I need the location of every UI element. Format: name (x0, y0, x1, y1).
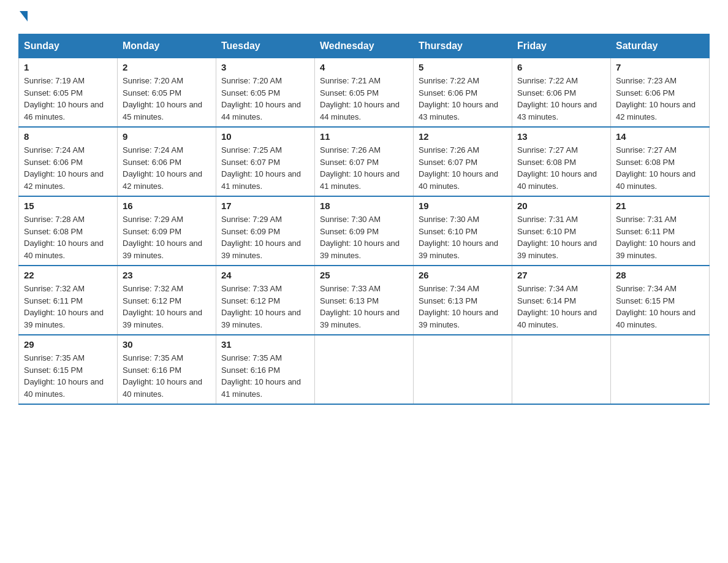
sunrise-label: Sunrise: 7:27 AM (616, 145, 677, 155)
day-info: Sunrise: 7:25 AM Sunset: 6:07 PM Dayligh… (221, 144, 309, 192)
calendar-cell: 12 Sunrise: 7:26 AM Sunset: 6:07 PM Dayl… (414, 127, 512, 196)
calendar-cell: 2 Sunrise: 7:20 AM Sunset: 6:05 PM Dayli… (118, 58, 216, 128)
sunrise-label: Sunrise: 7:33 AM (320, 284, 381, 293)
calendar-cell: 5 Sunrise: 7:22 AM Sunset: 6:06 PM Dayli… (414, 58, 512, 128)
day-number: 6 (517, 62, 605, 72)
daylight-label: Daylight: 10 hours and 40 minutes. (517, 308, 597, 329)
calendar-week-row: 29 Sunrise: 7:35 AM Sunset: 6:15 PM Dayl… (19, 335, 710, 404)
sunrise-label: Sunrise: 7:30 AM (320, 215, 381, 224)
sunrise-label: Sunrise: 7:26 AM (419, 145, 479, 155)
day-info: Sunrise: 7:34 AM Sunset: 6:15 PM Dayligh… (616, 283, 704, 331)
calendar-cell: 16 Sunrise: 7:29 AM Sunset: 6:09 PM Dayl… (118, 196, 216, 266)
calendar-cell (414, 335, 512, 404)
calendar-cell: 19 Sunrise: 7:30 AM Sunset: 6:10 PM Dayl… (414, 196, 512, 266)
sunrise-label: Sunrise: 7:22 AM (517, 76, 578, 85)
sunset-label: Sunset: 6:09 PM (123, 227, 181, 236)
sunrise-label: Sunrise: 7:29 AM (221, 215, 282, 224)
sunset-label: Sunset: 6:08 PM (24, 227, 83, 236)
day-number: 14 (616, 131, 704, 142)
calendar-cell: 3 Sunrise: 7:20 AM Sunset: 6:05 PM Dayli… (216, 58, 315, 128)
day-info: Sunrise: 7:24 AM Sunset: 6:06 PM Dayligh… (24, 144, 112, 192)
daylight-label: Daylight: 10 hours and 43 minutes. (517, 100, 597, 121)
sunset-label: Sunset: 6:06 PM (24, 158, 83, 167)
daylight-label: Daylight: 10 hours and 42 minutes. (24, 169, 104, 191)
column-header-thursday: Thursday (414, 34, 512, 58)
day-info: Sunrise: 7:33 AM Sunset: 6:13 PM Dayligh… (320, 283, 408, 331)
day-number: 9 (123, 131, 211, 142)
daylight-label: Daylight: 10 hours and 46 minutes. (24, 100, 104, 121)
calendar-cell: 23 Sunrise: 7:32 AM Sunset: 6:12 PM Dayl… (118, 266, 216, 335)
sunrise-label: Sunrise: 7:35 AM (24, 353, 85, 362)
day-number: 7 (616, 62, 704, 72)
day-number: 20 (517, 201, 605, 211)
column-header-friday: Friday (512, 34, 611, 58)
calendar-cell (512, 335, 611, 404)
day-info: Sunrise: 7:32 AM Sunset: 6:11 PM Dayligh… (24, 283, 112, 331)
sunset-label: Sunset: 6:11 PM (616, 227, 675, 236)
day-info: Sunrise: 7:35 AM Sunset: 6:16 PM Dayligh… (221, 352, 309, 400)
day-info: Sunrise: 7:29 AM Sunset: 6:09 PM Dayligh… (123, 213, 211, 261)
column-header-sunday: Sunday (19, 34, 118, 58)
sunrise-label: Sunrise: 7:35 AM (221, 353, 282, 362)
day-info: Sunrise: 7:33 AM Sunset: 6:12 PM Dayligh… (221, 283, 309, 331)
daylight-label: Daylight: 10 hours and 40 minutes. (24, 239, 104, 260)
daylight-label: Daylight: 10 hours and 44 minutes. (221, 100, 301, 121)
day-number: 29 (24, 339, 112, 350)
sunset-label: Sunset: 6:12 PM (123, 296, 181, 305)
sunset-label: Sunset: 6:15 PM (24, 366, 83, 375)
day-info: Sunrise: 7:30 AM Sunset: 6:10 PM Dayligh… (419, 213, 507, 261)
sunrise-label: Sunrise: 7:23 AM (616, 76, 677, 85)
logo (18, 12, 28, 23)
sunset-label: Sunset: 6:08 PM (616, 158, 675, 167)
day-number: 5 (419, 62, 507, 72)
day-info: Sunrise: 7:31 AM Sunset: 6:11 PM Dayligh… (616, 213, 704, 261)
calendar-cell (611, 335, 710, 404)
sunrise-label: Sunrise: 7:24 AM (123, 145, 183, 155)
daylight-label: Daylight: 10 hours and 44 minutes. (320, 100, 400, 121)
daylight-label: Daylight: 10 hours and 39 minutes. (221, 308, 301, 329)
sunset-label: Sunset: 6:11 PM (24, 296, 83, 305)
sunset-label: Sunset: 6:09 PM (320, 227, 379, 236)
day-number: 16 (123, 201, 211, 211)
calendar-week-row: 15 Sunrise: 7:28 AM Sunset: 6:08 PM Dayl… (19, 196, 710, 266)
calendar-cell: 18 Sunrise: 7:30 AM Sunset: 6:09 PM Dayl… (315, 196, 414, 266)
sunset-label: Sunset: 6:07 PM (419, 158, 477, 167)
sunset-label: Sunset: 6:05 PM (123, 88, 181, 98)
day-number: 24 (221, 270, 309, 280)
day-info: Sunrise: 7:31 AM Sunset: 6:10 PM Dayligh… (517, 213, 605, 261)
calendar-week-row: 1 Sunrise: 7:19 AM Sunset: 6:05 PM Dayli… (19, 58, 710, 128)
day-number: 30 (123, 339, 211, 350)
day-number: 11 (320, 131, 408, 142)
day-info: Sunrise: 7:35 AM Sunset: 6:16 PM Dayligh… (123, 352, 211, 400)
sunrise-label: Sunrise: 7:34 AM (517, 284, 578, 293)
daylight-label: Daylight: 10 hours and 39 minutes. (123, 239, 202, 260)
calendar-cell: 8 Sunrise: 7:24 AM Sunset: 6:06 PM Dayli… (19, 127, 118, 196)
day-number: 2 (123, 62, 211, 72)
day-info: Sunrise: 7:30 AM Sunset: 6:09 PM Dayligh… (320, 213, 408, 261)
calendar-cell: 17 Sunrise: 7:29 AM Sunset: 6:09 PM Dayl… (216, 196, 315, 266)
sunset-label: Sunset: 6:09 PM (221, 227, 280, 236)
sunrise-label: Sunrise: 7:29 AM (123, 215, 183, 224)
calendar-cell: 21 Sunrise: 7:31 AM Sunset: 6:11 PM Dayl… (611, 196, 710, 266)
day-number: 17 (221, 201, 309, 211)
calendar-cell: 10 Sunrise: 7:25 AM Sunset: 6:07 PM Dayl… (216, 127, 315, 196)
daylight-label: Daylight: 10 hours and 40 minutes. (616, 308, 696, 329)
day-info: Sunrise: 7:29 AM Sunset: 6:09 PM Dayligh… (221, 213, 309, 261)
sunset-label: Sunset: 6:16 PM (221, 366, 280, 375)
sunrise-label: Sunrise: 7:24 AM (24, 145, 85, 155)
day-number: 8 (24, 131, 112, 142)
day-number: 26 (419, 270, 507, 280)
sunset-label: Sunset: 6:15 PM (616, 296, 675, 305)
day-info: Sunrise: 7:26 AM Sunset: 6:07 PM Dayligh… (419, 144, 507, 192)
daylight-label: Daylight: 10 hours and 39 minutes. (616, 239, 696, 260)
day-number: 19 (419, 201, 507, 211)
day-info: Sunrise: 7:24 AM Sunset: 6:06 PM Dayligh… (123, 144, 211, 192)
calendar-cell: 15 Sunrise: 7:28 AM Sunset: 6:08 PM Dayl… (19, 196, 118, 266)
daylight-label: Daylight: 10 hours and 42 minutes. (123, 169, 202, 191)
logo-triangle-icon (20, 11, 28, 21)
daylight-label: Daylight: 10 hours and 39 minutes. (123, 308, 202, 329)
sunrise-label: Sunrise: 7:28 AM (24, 215, 85, 224)
sunset-label: Sunset: 6:14 PM (517, 296, 576, 305)
day-info: Sunrise: 7:32 AM Sunset: 6:12 PM Dayligh… (123, 283, 211, 331)
sunrise-label: Sunrise: 7:30 AM (419, 215, 479, 224)
